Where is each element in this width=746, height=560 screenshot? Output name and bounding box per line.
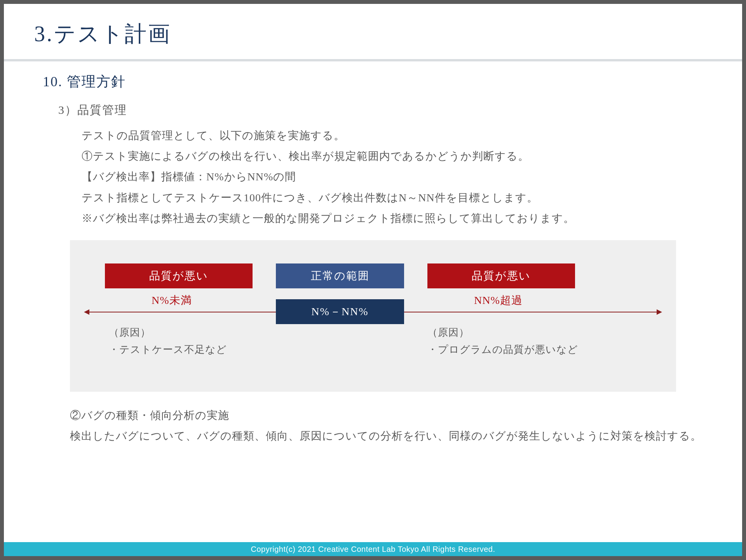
slide-inner: 3.テスト計画 10. 管理方針 3）品質管理 テストの品質管理として、以下の施… bbox=[4, 4, 742, 556]
body-line-1: テストの品質管理として、以下の施策を実施する。 bbox=[82, 125, 707, 146]
body-paragraph-2: ②バグの種類・傾向分析の実施 検出したバグについて、バグの種類、傾向、原因につい… bbox=[4, 392, 742, 446]
section-label: 3）品質管理 bbox=[4, 91, 742, 118]
body-line-3: 【バグ検出率】指標値：N%からNN%の間 bbox=[82, 166, 707, 187]
quality-range-chart: 品質が悪い 正常の範囲 品質が悪い N%未満 NN%超過 N%－NN% （原因）… bbox=[70, 240, 676, 392]
left-range-label: N%未満 bbox=[152, 293, 192, 308]
page-title: 3.テスト計画 bbox=[4, 4, 742, 57]
right-cause-text: ・プログラムの品質が悪いなど bbox=[427, 343, 578, 356]
body-line-2: ①テスト実施によるバグの検出を行い、検出率が規定範囲内であるかどうか判断する。 bbox=[82, 146, 707, 166]
left-quality-box: 品質が悪い bbox=[105, 263, 253, 288]
center-range-box: N%－NN% bbox=[276, 299, 404, 324]
left-cause-title: （原因） bbox=[109, 326, 151, 339]
body-paragraph-1: テストの品質管理として、以下の施策を実施する。 ①テスト実施によるバグの検出を行… bbox=[4, 118, 742, 229]
center-quality-box: 正常の範囲 bbox=[276, 263, 404, 288]
body-line-5: ※バグ検出率は弊社過去の実績と一般的な開発プロジェクト指標に照らして算出しており… bbox=[82, 208, 707, 229]
left-cause-text: ・テストケース不足など bbox=[109, 343, 227, 356]
footer-copyright: Copyright(c) 2021 Creative Content Lab T… bbox=[4, 542, 742, 556]
body-line-4: テスト指標としてテストケース100件につき、バグ検出件数はN～NN件を目標としま… bbox=[82, 187, 707, 208]
body2-line-2: 検出したバグについて、バグの種類、傾向、原因についての分析を行い、同様のバグが発… bbox=[70, 426, 707, 446]
right-cause-title: （原因） bbox=[427, 326, 469, 339]
right-quality-box: 品質が悪い bbox=[427, 263, 575, 288]
body2-line-1: ②バグの種類・傾向分析の実施 bbox=[70, 405, 707, 426]
slide: 3.テスト計画 10. 管理方針 3）品質管理 テストの品質管理として、以下の施… bbox=[0, 0, 746, 560]
right-range-label: NN%超過 bbox=[474, 293, 523, 308]
subtitle: 10. 管理方針 bbox=[4, 61, 742, 91]
